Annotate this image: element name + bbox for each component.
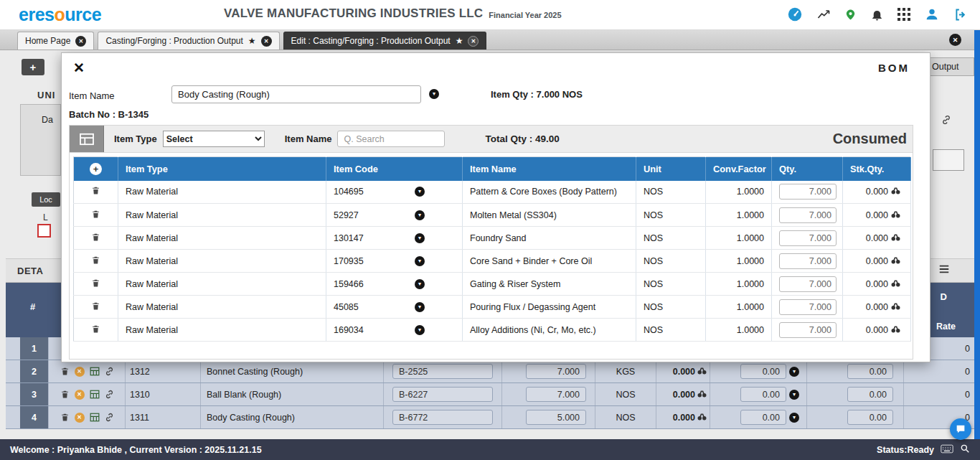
welcome-text: Welcome : Priyanka Bhide , Current Versi… [10, 445, 262, 455]
lock-button-fragment[interactable]: Loc [32, 192, 60, 207]
link-icon[interactable] [941, 115, 951, 128]
item-code-dropdown-icon[interactable]: ▾ [415, 279, 425, 289]
required-field-fragment[interactable] [37, 224, 51, 238]
modal-close-icon[interactable]: ✕ [73, 61, 85, 75]
qty-input[interactable] [779, 230, 837, 246]
qty-input[interactable] [779, 207, 837, 223]
item-name-input[interactable] [171, 85, 421, 103]
favorite-star-icon[interactable]: ★ [248, 37, 256, 45]
stock-icon[interactable] [891, 256, 900, 266]
input-box-fragment[interactable] [933, 149, 964, 171]
notifications-bell-icon[interactable] [870, 7, 884, 22]
delete-row-icon[interactable] [91, 257, 100, 267]
analytics-icon[interactable] [816, 7, 831, 22]
delete-row-icon[interactable] [91, 280, 100, 290]
keyboard-icon[interactable] [941, 444, 953, 456]
stock-icon[interactable] [697, 413, 707, 423]
link-icon[interactable] [105, 390, 114, 399]
tab-close-icon[interactable]: ✕ [75, 36, 86, 47]
cancel-row-icon[interactable]: ✕ [75, 390, 85, 400]
close-all-tabs-icon[interactable]: ✕ [949, 34, 961, 46]
details-tab-label[interactable]: DETA [17, 266, 43, 276]
delete-row-icon[interactable] [91, 211, 100, 221]
dropdown-icon[interactable]: ▾ [789, 413, 799, 423]
stock-icon[interactable] [697, 367, 707, 377]
batch-input[interactable] [392, 364, 493, 379]
stock-icon[interactable] [891, 325, 900, 335]
qty-input[interactable] [779, 253, 837, 269]
vertical-scrollbar[interactable] [974, 30, 980, 439]
company-name: VALVE MANUFACTURING INDUSTRIES LLC [224, 6, 483, 21]
output-section-tab-fragment[interactable]: Output [925, 57, 974, 76]
link-icon[interactable] [105, 367, 114, 376]
quantity-input[interactable] [526, 410, 586, 425]
delete-row-icon[interactable] [60, 367, 70, 376]
open-tabs-bar: Home Page ✕ Casting/Forging : Production… [0, 30, 980, 50]
delete-row-icon[interactable] [91, 326, 100, 336]
stock-icon[interactable] [891, 187, 900, 197]
bom-icon[interactable] [90, 413, 100, 422]
item-code-dropdown-icon[interactable]: ▾ [415, 325, 425, 335]
quantity-input[interactable] [526, 387, 586, 402]
delete-row-icon[interactable] [60, 390, 70, 399]
cancel-row-icon[interactable]: ✕ [75, 367, 85, 377]
user-profile-icon[interactable] [924, 6, 940, 22]
item-code-dropdown-icon[interactable]: ▾ [415, 233, 425, 243]
grid-view-button[interactable] [70, 126, 104, 152]
item-name-dropdown-icon[interactable]: ▾ [429, 89, 439, 99]
bom-icon[interactable] [90, 367, 100, 376]
quantity-input[interactable] [526, 364, 586, 379]
dropdown-icon[interactable]: ▾ [789, 390, 799, 400]
value-input[interactable] [847, 364, 893, 379]
item-code-dropdown-icon[interactable]: ▾ [415, 210, 425, 220]
bom-icon[interactable] [90, 390, 100, 399]
tab-production-output[interactable]: Casting/Forging : Production Output ★ ✕ [98, 32, 279, 50]
item-code-dropdown-icon[interactable]: ▾ [415, 302, 425, 312]
date-label-fragment: Da [42, 115, 53, 125]
item-name-search-input[interactable] [337, 131, 445, 147]
add-consumed-row-icon[interactable]: + [90, 163, 102, 175]
value-input[interactable] [740, 387, 786, 402]
qty-input[interactable] [779, 276, 837, 292]
favorite-star-icon[interactable]: ★ [456, 37, 463, 45]
stock-icon[interactable] [891, 233, 900, 243]
delete-row-icon[interactable] [60, 413, 70, 422]
tab-close-icon[interactable]: ✕ [468, 36, 479, 47]
qty-input[interactable] [779, 184, 837, 200]
location-icon[interactable] [844, 7, 857, 22]
tab-label: Edit : Casting/Forging : Production Outp… [291, 36, 451, 46]
tab-close-icon[interactable]: ✕ [261, 36, 272, 47]
stock-icon[interactable] [891, 302, 900, 312]
tab-edit-production-output[interactable]: Edit : Casting/Forging : Production Outp… [283, 32, 487, 50]
logout-icon[interactable] [953, 7, 969, 22]
item-code-dropdown-icon[interactable]: ▾ [415, 256, 425, 266]
cell-unit: NOS [636, 296, 706, 319]
search-icon[interactable] [960, 443, 970, 456]
batch-input[interactable] [392, 387, 493, 402]
tab-home-page[interactable]: Home Page ✕ [17, 32, 94, 50]
cancel-row-icon[interactable]: ✕ [75, 413, 85, 423]
value-input[interactable] [740, 410, 786, 425]
stock-icon[interactable] [891, 279, 900, 289]
item-code-dropdown-icon[interactable]: ▾ [415, 187, 425, 197]
value-input[interactable] [847, 387, 893, 402]
stock-icon[interactable] [891, 210, 900, 220]
list-view-icon[interactable] [938, 264, 950, 277]
delete-row-icon[interactable] [91, 303, 100, 313]
dashboard-icon[interactable] [787, 6, 803, 22]
chat-icon[interactable] [950, 418, 971, 440]
apps-grid-icon[interactable] [897, 8, 910, 21]
cell-item-name: Gating & Riser System [463, 273, 636, 296]
qty-input[interactable] [779, 322, 837, 338]
delete-row-icon[interactable] [91, 234, 100, 244]
batch-input[interactable] [392, 410, 493, 425]
value-input[interactable] [740, 364, 786, 379]
delete-row-icon[interactable] [91, 187, 100, 197]
item-type-select[interactable]: Select [163, 131, 265, 147]
link-icon[interactable] [105, 413, 114, 422]
value-input[interactable] [847, 410, 893, 425]
stock-icon[interactable] [697, 390, 707, 400]
dropdown-icon[interactable]: ▾ [789, 367, 799, 377]
add-row-button[interactable]: + [22, 59, 44, 75]
qty-input[interactable] [779, 299, 837, 315]
